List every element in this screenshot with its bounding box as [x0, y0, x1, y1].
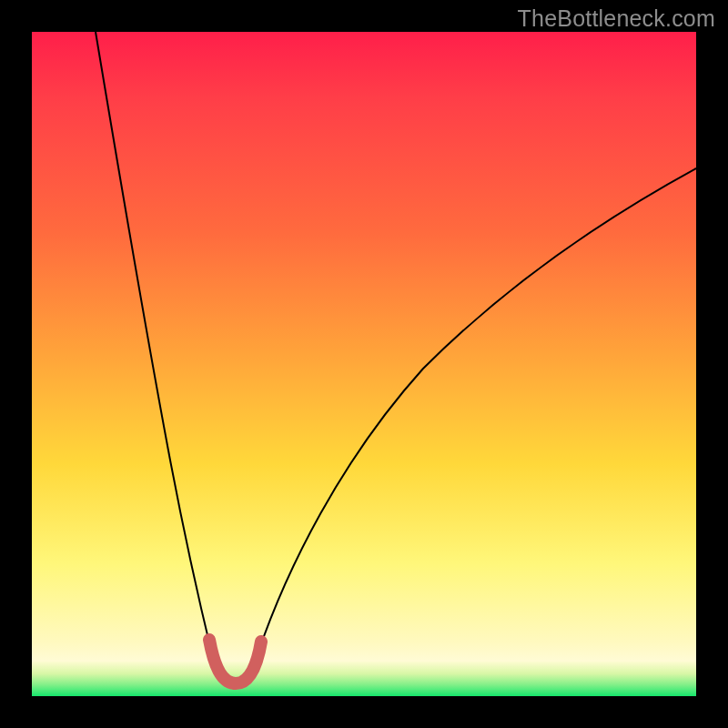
- curve-right-arm: [258, 168, 696, 654]
- plot-area: [32, 32, 696, 696]
- chart-frame: TheBottleneck.com: [0, 0, 728, 728]
- curve-layer: [32, 32, 696, 696]
- curve-left-arm: [96, 32, 212, 654]
- watermark-text: TheBottleneck.com: [518, 5, 715, 32]
- valley-highlight: [209, 640, 261, 683]
